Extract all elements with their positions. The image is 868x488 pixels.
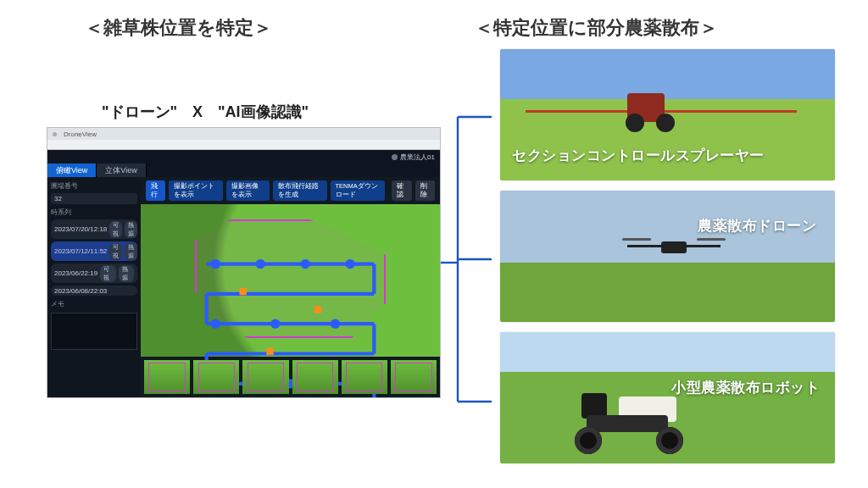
heading-right: ＜特定位置に部分農薬散布＞	[475, 15, 718, 41]
subheading: "ドローン" X "AI画像認識"	[102, 102, 309, 122]
main-panel: 飛行 撮影ポイントを表示 撮影画像を表示 散布飛行経路を生成 TENMAダウンロ…	[141, 177, 440, 397]
btn-gen-route[interactable]: 散布飛行経路を生成	[273, 180, 326, 201]
btn-tenma-dl[interactable]: TENMAダウンロード	[331, 180, 386, 201]
svg-point-16	[345, 259, 354, 269]
timeseries-entry[interactable]: 2023/06/22:19 可視 熱源	[51, 263, 137, 283]
view-tabs: 俯瞰View 立体View	[47, 164, 440, 177]
btn-show-images[interactable]: 撮影画像を表示	[226, 180, 270, 201]
memo-label: メモ	[51, 300, 137, 308]
analysis-app-window: DroneView 農業法人01 俯瞰View 立体View 圃場番号 32 時…	[47, 127, 441, 398]
card-spray-rover: 小型農薬散布ロボット	[500, 332, 835, 463]
entry-ts: 2023/06/22:19	[54, 269, 97, 277]
heading-left: ＜雑草株位置を特定＞	[85, 15, 272, 41]
tag-visible: 可視	[109, 221, 122, 238]
sprayer-illustration	[526, 88, 797, 130]
svg-point-18	[270, 319, 280, 329]
card-section-sprayer: セクションコントロールスプレーヤー	[500, 49, 835, 180]
btn-confirm[interactable]: 確認	[392, 180, 411, 201]
window-dot-icon	[53, 132, 57, 136]
tag-thermal: 熱源	[119, 265, 134, 282]
browser-tabstrip: DroneView	[47, 128, 440, 140]
avatar-icon	[392, 154, 398, 160]
timeseries-entry[interactable]: 2023/07/20/12:18 可視 熱源	[51, 219, 137, 239]
field-map[interactable]	[141, 204, 440, 357]
rover-illustration	[568, 391, 695, 454]
svg-point-19	[331, 319, 340, 329]
thumbnail[interactable]	[391, 360, 437, 394]
svg-rect-27	[314, 306, 321, 313]
svg-rect-26	[239, 288, 246, 295]
card-label: 小型農薬散布ロボット	[671, 378, 820, 397]
btn-show-points[interactable]: 撮影ポイントを表示	[169, 180, 222, 201]
entry-ts: 2023/06/08/22:03	[54, 287, 107, 295]
svg-point-17	[211, 319, 220, 329]
btn-delete[interactable]: 削除	[415, 180, 435, 201]
tag-thermal: 熱源	[125, 243, 137, 260]
svg-point-13	[211, 259, 220, 269]
thumbnail[interactable]	[342, 360, 387, 394]
user-name: 農業法人01	[400, 152, 435, 162]
tab-aerial-view[interactable]: 俯瞰View	[47, 164, 97, 177]
thumbnail[interactable]	[144, 360, 190, 394]
card-spray-drone: 農薬散布ドローン	[500, 191, 835, 322]
field-number-value[interactable]: 32	[51, 193, 137, 204]
browser-address-bar[interactable]	[47, 140, 440, 150]
svg-point-14	[256, 259, 265, 269]
app-topbar: 農業法人01	[47, 150, 440, 164]
thumbnail[interactable]	[242, 360, 288, 394]
flow-connector	[441, 51, 492, 449]
card-label: セクションコントロールスプレーヤー	[512, 146, 765, 165]
browser-tab-title[interactable]: DroneView	[64, 130, 97, 138]
timeseries-entry[interactable]: 2023/07/12/11:52 可視 熱源	[51, 241, 137, 261]
sidebar: 圃場番号 32 時系列 2023/07/20/12:18 可視 熱源 2023/…	[47, 177, 141, 397]
thumbnail[interactable]	[193, 360, 239, 394]
thumbnail[interactable]	[292, 360, 338, 394]
memo-panel[interactable]	[51, 313, 137, 350]
tag-visible: 可視	[109, 243, 122, 260]
tag-thermal: 熱源	[125, 221, 137, 238]
svg-rect-28	[266, 347, 273, 354]
user-chip[interactable]: 農業法人01	[392, 152, 435, 162]
btn-route[interactable]: 飛行	[146, 180, 165, 201]
tag-visible: 可視	[100, 265, 115, 282]
entry-ts: 2023/07/20/12:18	[54, 225, 107, 233]
tab-stereo-view[interactable]: 立体View	[97, 164, 146, 177]
map-toolbar: 飛行 撮影ポイントを表示 撮影画像を表示 散布飛行経路を生成 TENMAダウンロ…	[141, 177, 440, 204]
card-label: 農薬散布ドローン	[698, 216, 816, 236]
entry-ts: 2023/07/12/11:52	[54, 247, 107, 255]
field-number-label: 圃場番号	[51, 182, 137, 191]
svg-point-15	[301, 259, 310, 269]
timeseries-label: 時系列	[51, 208, 137, 217]
timeseries-entry[interactable]: 2023/06/08/22:03	[51, 286, 137, 296]
